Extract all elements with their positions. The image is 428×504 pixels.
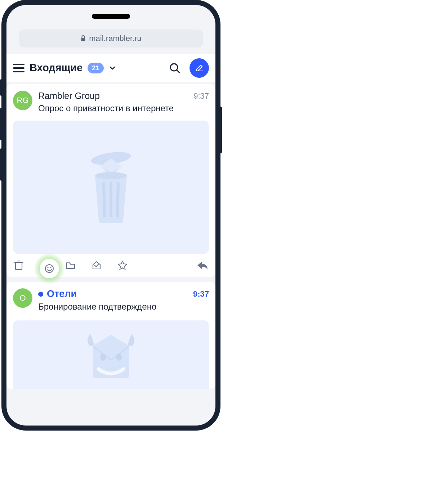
menu-icon[interactable] — [13, 64, 24, 72]
compose-button[interactable] — [190, 58, 209, 78]
avatar-initials: O — [19, 293, 26, 303]
svg-point-21 — [116, 354, 122, 361]
mark-read-icon[interactable] — [92, 260, 102, 270]
folder-title[interactable]: Входящие — [30, 62, 83, 74]
url-bar[interactable]: mail.rambler.ru — [19, 30, 203, 48]
avatar: O — [13, 288, 32, 308]
folder-icon[interactable] — [66, 260, 76, 270]
unread-dot-icon — [38, 292, 43, 297]
svg-point-8 — [95, 172, 127, 179]
phone-side-button — [0, 79, 3, 96]
delete-icon[interactable] — [14, 260, 24, 270]
email-info: Отели 9:37 Бронирование подтверждено — [38, 288, 209, 312]
svg-rect-0 — [81, 38, 85, 41]
email-card[interactable]: RG Rambler Group 9:37 Опрос о приватност… — [6, 84, 215, 277]
browser-bar: mail.rambler.ru — [6, 27, 215, 48]
sender-name-text: Отели — [47, 288, 77, 300]
unread-badge: 21 — [88, 63, 104, 73]
avatar: RG — [13, 91, 32, 110]
email-time: 9:37 — [193, 91, 209, 101]
svg-rect-12 — [15, 262, 22, 270]
email-header: RG Rambler Group 9:37 Опрос о приватност… — [6, 84, 215, 117]
phone-frame: mail.rambler.ru Входящие 21 — [1, 0, 220, 431]
sender-name: Rambler Group — [38, 91, 100, 101]
svg-point-17 — [47, 267, 48, 268]
smile-icon — [44, 264, 54, 274]
svg-point-20 — [100, 354, 106, 361]
viking-envelope-icon — [79, 331, 143, 389]
action-bar — [6, 254, 215, 277]
chevron-down-icon[interactable] — [110, 66, 115, 70]
app-header: Входящие 21 — [6, 54, 215, 82]
highlighted-action[interactable] — [40, 259, 59, 278]
phone-screen: mail.rambler.ru Входящие 21 — [6, 5, 215, 426]
phone-notch — [92, 14, 130, 19]
svg-rect-1 — [13, 64, 24, 65]
search-icon[interactable] — [169, 63, 180, 73]
avatar-initials: RG — [17, 96, 29, 105]
email-subject: Бронирование подтверждено — [38, 302, 209, 312]
svg-line-9 — [104, 184, 104, 216]
pencil-icon — [195, 63, 204, 73]
svg-line-11 — [117, 184, 118, 216]
email-card[interactable]: O Отели 9:37 Бронирование подтверждено — [6, 282, 215, 389]
reply-icon[interactable] — [197, 260, 208, 270]
svg-point-4 — [170, 64, 178, 71]
email-top-row: Rambler Group 9:37 — [38, 91, 209, 101]
svg-rect-3 — [13, 71, 24, 72]
url-text: mail.rambler.ru — [89, 34, 141, 43]
svg-point-16 — [45, 265, 53, 273]
email-subject: Опрос о приватности в интернете — [38, 103, 209, 113]
email-time: 9:37 — [193, 289, 209, 299]
sender-name: Отели — [38, 288, 77, 300]
trash-illustration-icon — [82, 148, 140, 227]
phone-volume-down-button — [0, 148, 3, 181]
svg-rect-2 — [13, 67, 24, 69]
email-info: Rambler Group 9:37 Опрос о приватности в… — [38, 91, 209, 113]
phone-volume-up-button — [0, 108, 3, 140]
svg-line-5 — [177, 70, 179, 73]
email-header: O Отели 9:37 Бронирование подтверждено — [6, 282, 215, 315]
lock-icon — [80, 35, 86, 42]
email-top-row: Отели 9:37 — [38, 288, 209, 300]
svg-point-18 — [50, 267, 51, 268]
email-preview-image — [13, 121, 209, 254]
email-list: RG Rambler Group 9:37 Опрос о приватност… — [6, 84, 215, 389]
email-preview-image — [13, 320, 209, 389]
phone-power-button — [219, 107, 222, 153]
star-icon[interactable] — [117, 260, 128, 270]
